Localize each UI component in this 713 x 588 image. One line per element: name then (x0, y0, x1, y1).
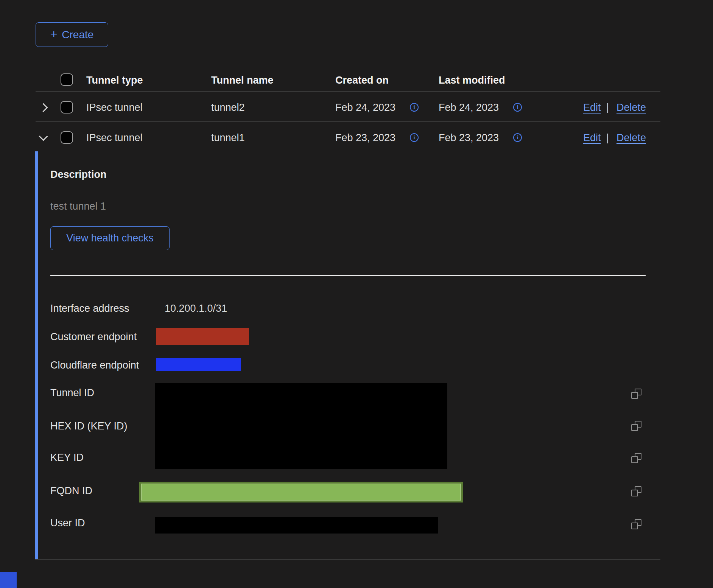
copy-icon[interactable] (631, 486, 641, 496)
hex-id-label: HEX ID (KEY ID) (50, 420, 128, 432)
copy-icon[interactable] (631, 519, 641, 529)
column-header-tunnel-type: Tunnel type (86, 74, 143, 87)
row-checkbox[interactable] (61, 131, 73, 144)
chevron-right-icon[interactable] (39, 103, 48, 112)
column-header-created-on: Created on (335, 74, 389, 87)
edit-link[interactable]: Edit (583, 101, 601, 114)
user-id-redaction (155, 517, 438, 534)
fqdn-id-label: FQDN ID (50, 484, 92, 497)
create-button-label: Create (62, 29, 93, 41)
interface-address-value: 10.200.1.0/31 (165, 302, 227, 315)
row-checkbox[interactable] (61, 101, 73, 114)
link-separator: | (606, 131, 609, 144)
info-icon[interactable]: i (513, 133, 522, 142)
tunnel-type-cell: IPsec tunnel (86, 101, 143, 114)
column-header-tunnel-name: Tunnel name (211, 74, 274, 87)
last-modified-cell: Feb 23, 2023 (439, 131, 499, 144)
column-header-last-modified: Last modified (439, 74, 505, 87)
created-on-cell: Feb 24, 2023 (335, 101, 395, 114)
customer-endpoint-redaction (156, 328, 249, 345)
plus-icon: + (50, 28, 58, 40)
copy-icon[interactable] (631, 389, 641, 399)
copy-icon[interactable] (631, 453, 641, 463)
description-value: test tunnel 1 (50, 200, 106, 213)
row-divider (36, 121, 660, 122)
customer-endpoint-label: Customer endpoint (50, 330, 137, 343)
tunnel-name-cell: tunnel1 (211, 131, 245, 144)
info-icon[interactable]: i (513, 103, 522, 112)
info-icon[interactable]: i (410, 133, 419, 142)
delete-link[interactable]: Delete (616, 131, 646, 144)
header-divider (36, 91, 660, 92)
copy-icon[interactable] (631, 421, 641, 431)
tunnel-id-label: Tunnel ID (50, 386, 94, 399)
create-button[interactable]: + Create (36, 22, 108, 47)
edit-link[interactable]: Edit (583, 131, 601, 144)
description-label: Description (50, 168, 107, 181)
delete-link[interactable]: Delete (616, 101, 646, 114)
tunnel-type-cell: IPsec tunnel (86, 131, 143, 144)
cloudflare-endpoint-redaction (156, 358, 241, 371)
last-modified-cell: Feb 24, 2023 (439, 101, 499, 114)
bottom-left-blue-square (0, 572, 17, 588)
interface-address-label: Interface address (50, 302, 129, 315)
info-icon[interactable]: i (410, 103, 419, 112)
key-id-label: KEY ID (50, 451, 84, 464)
tunnel-name-cell: tunnel2 (211, 101, 245, 114)
select-all-checkbox[interactable] (61, 73, 73, 86)
row-accent-bar (35, 151, 38, 559)
view-health-checks-button[interactable]: View health checks (50, 226, 170, 250)
cloudflare-endpoint-label: Cloudflare endpoint (50, 359, 139, 372)
link-separator: | (606, 101, 609, 114)
section-divider (50, 275, 646, 276)
user-id-label: User ID (50, 516, 85, 529)
ids-redaction-block (155, 383, 447, 469)
fqdn-id-redaction (139, 482, 463, 502)
panel-bottom-divider (35, 559, 660, 560)
chevron-down-icon[interactable] (39, 132, 48, 141)
created-on-cell: Feb 23, 2023 (335, 131, 395, 144)
